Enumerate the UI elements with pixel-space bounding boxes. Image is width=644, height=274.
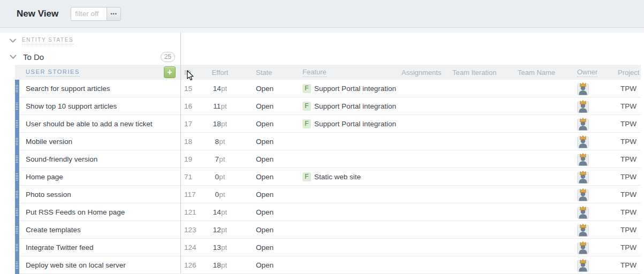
story-row[interactable]: Mobile version	[15, 133, 180, 150]
cell-owner[interactable]	[574, 170, 618, 184]
table-row[interactable]: 1718ptOpenFSupport Portal integrationTPW	[181, 115, 641, 133]
drag-handle-icon[interactable]	[15, 150, 19, 168]
cell-effort: 18pt	[202, 261, 238, 269]
table-row[interactable]: 12312ptOpenTPW	[181, 221, 641, 239]
cell-effort: 13pt	[202, 243, 238, 252]
story-name: User should be able to add a new ticket	[26, 120, 152, 128]
column-header-owner[interactable]: Owner	[574, 68, 618, 77]
column-header-project[interactable]: Project	[618, 68, 641, 77]
cell-state[interactable]: Open	[238, 191, 302, 199]
cell-state[interactable]: Open	[238, 261, 302, 269]
cell-owner[interactable]	[574, 100, 618, 113]
cell-id: 15	[184, 85, 202, 93]
table-top-spacer	[181, 33, 641, 65]
app: New View ••• ENTITY STATES To Do 25	[0, 0, 644, 273]
drag-handle-icon[interactable]	[15, 168, 19, 186]
cell-state[interactable]: Open	[238, 85, 302, 93]
owner-avatar-icon	[577, 100, 589, 113]
filter-options-button[interactable]: •••	[107, 7, 121, 21]
drag-handle-icon[interactable]	[15, 256, 19, 274]
story-name: Search for support articles	[26, 85, 110, 93]
drag-handle-icon[interactable]	[15, 221, 19, 239]
cell-feature[interactable]: FSupport Portal integration	[302, 84, 401, 93]
story-name: Sound-friendly version	[26, 155, 97, 163]
cell-state[interactable]: Open	[238, 226, 302, 234]
column-header-effort[interactable]: Effort	[202, 68, 238, 77]
table-row[interactable]: 12618ptOpenTPW	[181, 256, 641, 274]
story-row[interactable]: Put RSS Feeds on Home page	[15, 203, 180, 221]
cell-state[interactable]: Open	[238, 138, 302, 146]
cell-state[interactable]: Open	[238, 120, 302, 128]
table-row[interactable]: 188ptOpenTPW	[181, 133, 641, 150]
cell-state[interactable]: Open	[238, 243, 302, 252]
cell-owner[interactable]	[574, 241, 618, 254]
cell-project: TPW	[618, 173, 641, 181]
drag-handle-icon[interactable]	[15, 133, 19, 150]
cell-feature[interactable]: FStatic web site	[302, 172, 401, 181]
state-group-todo[interactable]: To Do 25	[0, 49, 180, 65]
table-row[interactable]: 197ptOpenTPW	[181, 150, 641, 168]
state-group-label: To Do	[23, 52, 44, 62]
entity-states-header[interactable]: ENTITY STATES	[0, 33, 180, 49]
cell-state[interactable]: Open	[238, 102, 302, 110]
cell-project: TPW	[618, 261, 641, 269]
story-row[interactable]: User should be able to add a new ticket	[15, 115, 180, 133]
cell-state[interactable]: Open	[238, 173, 302, 181]
column-header-id[interactable]: ID	[184, 68, 202, 77]
cell-effort: 11pt	[202, 102, 238, 110]
add-story-button[interactable]: +	[164, 66, 176, 78]
table-row[interactable]: 12413ptOpenTPW	[181, 239, 641, 256]
cell-owner[interactable]	[574, 82, 618, 95]
column-header-assignments[interactable]: Assignments	[401, 67, 452, 77]
table-row[interactable]: 710ptOpenFStatic web siteTPW	[181, 168, 641, 186]
story-name: Put RSS Feeds on Home page	[26, 208, 125, 216]
cell-owner[interactable]	[574, 153, 618, 166]
table-row[interactable]: 1170ptOpenTPW	[181, 186, 641, 203]
cell-project: TPW	[618, 208, 641, 216]
feature-name: Support Portal integration	[314, 120, 396, 128]
drag-handle-icon[interactable]	[15, 97, 19, 115]
table-row[interactable]: 1611ptOpenFSupport Portal integrationTPW	[181, 97, 641, 115]
drag-handle-icon[interactable]	[15, 115, 19, 133]
drag-handle-icon[interactable]	[15, 239, 19, 256]
story-row[interactable]: Home page	[15, 168, 180, 186]
cell-owner[interactable]	[574, 188, 618, 201]
cell-owner[interactable]	[574, 135, 618, 148]
story-row[interactable]: Show top 10 support articles	[15, 97, 180, 115]
cell-state[interactable]: Open	[238, 208, 302, 216]
chevron-down-icon[interactable]	[10, 55, 17, 59]
chevron-down-icon[interactable]	[10, 39, 16, 43]
story-name: Deploy web site on local server	[26, 261, 126, 269]
cell-owner[interactable]	[574, 223, 618, 237]
story-row[interactable]: Sound-friendly version	[15, 150, 180, 168]
cell-owner[interactable]	[574, 206, 618, 219]
owner-avatar-icon	[577, 258, 589, 272]
column-header-team-name[interactable]: Team Name	[518, 67, 574, 77]
story-row[interactable]: Integrate Twitter feed	[15, 239, 180, 256]
table-body: 1514ptOpenFSupport Portal integrationTPW…	[181, 80, 641, 274]
feature-badge-icon: F	[302, 172, 311, 181]
column-header-feature[interactable]: Feature	[302, 68, 401, 77]
cell-feature[interactable]: FSupport Portal integration	[302, 102, 401, 111]
filter-input[interactable]	[71, 7, 107, 21]
drag-handle-icon[interactable]	[15, 186, 19, 203]
column-header-state[interactable]: State	[238, 68, 302, 77]
owner-avatar-icon	[577, 206, 589, 219]
cell-owner[interactable]	[574, 117, 618, 131]
cell-project: TPW	[618, 85, 641, 93]
cell-owner[interactable]	[574, 258, 618, 272]
story-row[interactable]: Photo session	[15, 186, 180, 203]
column-header-team-iteration[interactable]: Team Iteration	[452, 67, 518, 77]
story-row[interactable]: Create templates	[15, 221, 180, 239]
story-row[interactable]: Search for support articles	[15, 80, 180, 97]
cell-state[interactable]: Open	[238, 155, 302, 163]
cell-effort: 7pt	[202, 155, 238, 163]
drag-handle-icon[interactable]	[15, 203, 19, 221]
table-row[interactable]: 1514ptOpenFSupport Portal integrationTPW	[181, 80, 641, 97]
owner-avatar-icon	[577, 82, 589, 95]
cell-project: TPW	[618, 191, 641, 199]
story-row[interactable]: Deploy web site on local server	[15, 256, 180, 274]
cell-feature[interactable]: FSupport Portal integration	[302, 119, 401, 128]
table-row[interactable]: 12114ptOpenTPW	[181, 203, 641, 221]
drag-handle-icon[interactable]	[15, 80, 19, 97]
